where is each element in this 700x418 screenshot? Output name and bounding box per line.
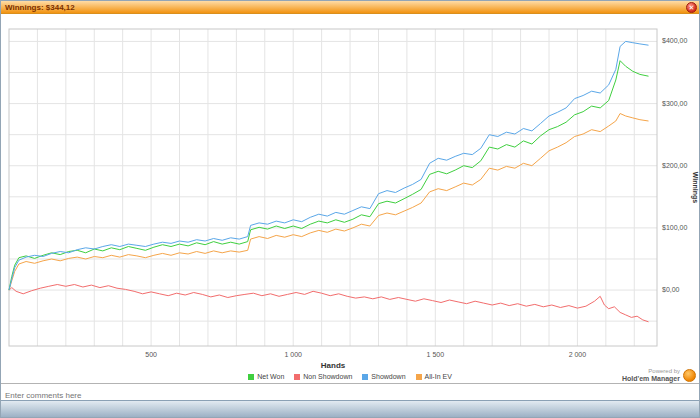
y-tick-label: $200,00 — [662, 162, 687, 169]
status-bar — [1, 400, 699, 417]
legend-item-showdown: Showdown — [362, 373, 405, 380]
x-axis-label: Hands — [321, 361, 346, 369]
x-tick-label: 1 000 — [284, 351, 302, 358]
legend-item-all-in-ev: All-In EV — [416, 373, 452, 380]
powered-by-text: Powered by Hold'em Manager — [622, 368, 680, 382]
legend-item-non-showdown: Non Showdown — [294, 373, 352, 380]
titlebar: Winnings: $344,12 ✕ — [1, 1, 699, 14]
showdown-swatch-icon — [362, 374, 368, 380]
plot-border — [9, 29, 657, 346]
legend-item-net-won: Net Won — [248, 373, 284, 380]
window-title: Winnings: $344,12 — [5, 1, 75, 14]
legend-label: All-In EV — [425, 373, 452, 380]
all-in-ev-swatch-icon — [416, 374, 422, 380]
x-tick-label: 1 500 — [427, 351, 445, 358]
comments-bar — [1, 383, 699, 400]
x-tick-label: 500 — [145, 351, 157, 358]
y-tick-label: $400,00 — [662, 37, 687, 44]
powered-by-line: Powered by — [622, 368, 680, 375]
legend-label: Net Won — [257, 373, 284, 380]
y-axis-label: Winnings — [691, 172, 699, 204]
holdem-manager-logo-icon — [683, 369, 696, 382]
close-icon[interactable]: ✕ — [686, 2, 697, 13]
series-line-net-won — [9, 61, 649, 290]
y-tick-label: $100,00 — [662, 224, 687, 231]
powered-by: Powered by Hold'em Manager — [622, 367, 696, 383]
y-tick-label: $300,00 — [662, 100, 687, 107]
winnings-graph-window: Winnings: $344,12 ✕ 5001 0001 5002 000Ha… — [0, 0, 700, 418]
winnings-chart: 5001 0001 5002 000Hands$0,00$100,00$200,… — [1, 14, 699, 369]
net-won-swatch-icon — [248, 374, 254, 380]
chart-legend: Net Won Non Showdown Showdown All-In EV — [1, 370, 699, 383]
x-tick-label: 2 000 — [569, 351, 587, 358]
legend-label: Non Showdown — [303, 373, 352, 380]
holdem-manager-brand: Hold'em Manager — [622, 375, 680, 382]
legend-label: Showdown — [371, 373, 405, 380]
non-showdown-swatch-icon — [294, 374, 300, 380]
series-line-all-in-ev — [9, 114, 649, 291]
y-tick-label: $0,00 — [662, 286, 680, 293]
